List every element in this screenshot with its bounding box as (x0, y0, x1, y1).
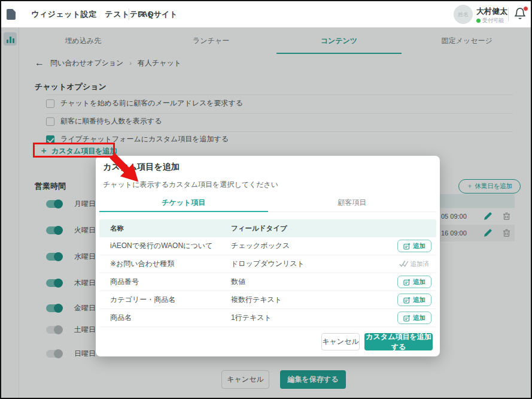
add-field-label: 追加 (413, 296, 425, 304)
header-divider (508, 7, 509, 22)
bell-icon[interactable] (513, 7, 528, 22)
field-type: ドロップダウンリスト (231, 259, 399, 269)
card-plus-icon (403, 297, 411, 304)
added-label: 追加済 (411, 260, 430, 268)
header-divider (129, 8, 129, 20)
table-row: 商品番号 数値 追加 (99, 273, 436, 291)
document-icon[interactable] (7, 9, 16, 22)
added-status: 追加済 (399, 260, 430, 268)
app-window: ウィジェット設定 テストテスト FAQサイト 姓名 大村健太 受付可能 埋め込み… (0, 0, 532, 399)
tab-customer-fields[interactable]: 顧客項目 (268, 194, 437, 211)
field-type: 数値 (231, 277, 397, 287)
modal-cancel-button[interactable]: キャンセル (321, 333, 360, 350)
add-field-label: 追加 (413, 314, 425, 322)
table-header-row: 名称 フィールドタイプ (99, 219, 436, 237)
table-row: 商品名 1行テキスト 追加 (99, 309, 436, 327)
add-custom-field-modal: カスタム項目を追加 チャットに表示するカスタム項目を選択してください チケット項… (96, 156, 440, 356)
field-type: 1行テキスト (231, 313, 397, 323)
card-plus-icon (403, 315, 411, 322)
field-type: 複数行テキスト (231, 295, 397, 305)
column-header-type: フィールドタイプ (231, 224, 287, 233)
add-field-button[interactable]: 追加 (397, 294, 431, 306)
double-check-icon (399, 261, 408, 267)
add-field-label: 追加 (413, 242, 425, 250)
field-name: カテゴリー・商品名 (110, 295, 231, 305)
user-name: 大村健太 (476, 6, 507, 17)
add-field-button[interactable]: 追加 (397, 276, 431, 288)
modal-submit-button[interactable]: カスタム項目を追加する (364, 333, 433, 350)
tab-ticket-fields[interactable]: チケット項目 (99, 194, 268, 211)
table-row: iAEONで発行のWAONについて チェックボックス 追加 (99, 237, 436, 255)
field-name: iAEONで発行のWAONについて (110, 241, 231, 251)
top-header: ウィジェット設定 テストテスト FAQサイト 姓名 大村健太 受付可能 (1, 1, 531, 28)
page-title: ウィジェット設定 テストテスト (31, 9, 154, 20)
notification-badge (523, 6, 528, 11)
status-dot-icon (476, 19, 481, 23)
field-name: ※お問い合わせ種類 (110, 259, 231, 269)
card-plus-icon (403, 243, 411, 250)
user-status-label: 受付可能 (482, 17, 504, 25)
faq-site-link[interactable]: FAQサイト (138, 9, 178, 20)
user-status: 受付可能 (476, 17, 504, 25)
add-field-button[interactable]: 追加 (397, 312, 431, 324)
avatar[interactable]: 姓名 (454, 5, 473, 24)
table-row: ※お問い合わせ種類 ドロップダウンリスト 追加済 (99, 255, 436, 273)
add-field-button[interactable]: 追加 (397, 240, 431, 252)
modal-tabbar: チケット項目 顧客項目 (99, 194, 436, 212)
modal-subtitle: チャットに表示するカスタム項目を選択してください (103, 180, 278, 190)
add-field-label: 追加 (413, 278, 425, 286)
card-plus-icon (403, 279, 411, 286)
field-type: チェックボックス (231, 241, 397, 251)
modal-title: カスタム項目を追加 (103, 162, 180, 173)
field-name: 商品番号 (110, 277, 231, 287)
field-name: 商品名 (110, 313, 231, 323)
column-header-name: 名称 (110, 224, 231, 233)
table-row: カテゴリー・商品名 複数行テキスト 追加 (99, 291, 436, 309)
